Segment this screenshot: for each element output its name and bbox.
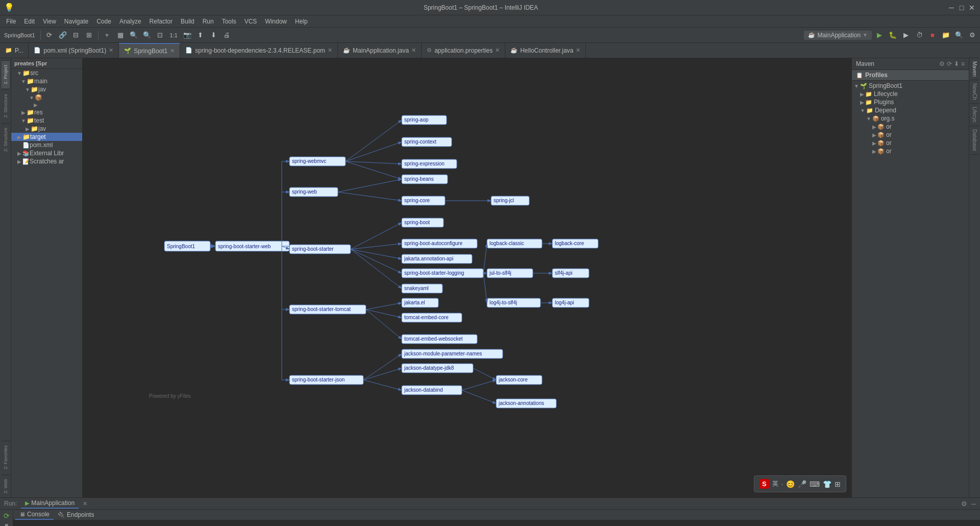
zoom-out-icon[interactable]: 🔍 [141,30,153,41]
run-config-selector[interactable]: ☕ MainApplication ▼ [804,31,872,40]
float-icon-s[interactable]: S [760,479,769,489]
menu-edit[interactable]: Edit [20,17,39,26]
run-settings-icon[interactable]: ⚙ [961,500,967,508]
settings-icon[interactable]: ⚙ [967,30,978,41]
fit-icon[interactable]: ⊡ [155,30,166,41]
expand-all-icon[interactable]: ⊞ [84,30,95,41]
coverage-icon[interactable]: ▶ [900,30,912,41]
zoom-in-icon[interactable]: 🔍 [128,30,139,41]
maven-item-or3-expander[interactable]: ▶ [872,140,876,146]
expander-extlib[interactable]: ▶ [16,151,22,156]
maven-download-icon[interactable]: ⬇ [954,60,959,67]
expander-target[interactable]: ▶ [16,134,22,140]
maven-item-or2-expander[interactable]: ▶ [872,132,876,138]
files-icon[interactable]: 📁 [940,30,951,41]
maven-item-dependencies[interactable]: ▼ 📁 Depend [852,106,969,114]
left-tab-project[interactable]: 1: Project [2,60,10,88]
maven-item-or4-expander[interactable]: ▶ [872,149,876,154]
expander-jav2[interactable]: ▶ [24,126,31,132]
expander-main[interactable]: ▼ [20,79,27,84]
maven-item-plugins[interactable]: ▶ 📁 Plugins [852,98,969,106]
tree-item-main[interactable]: ▼ 📁 main [11,77,82,85]
menu-analyze[interactable]: Analyze [115,17,145,26]
menu-build[interactable]: Build [177,17,199,26]
maven-item-springboot1-expander[interactable]: ▼ [854,83,859,89]
float-icon-keyboard[interactable]: ⌨ [810,480,820,488]
right-edge-maven[interactable]: Maven [970,58,979,80]
tree-item-res[interactable]: ▶ 📁 res [11,108,82,116]
maven-item-orgs-expander[interactable]: ▼ [866,116,871,122]
maven-item-lifecycle[interactable]: ▶ 📁 Lifecycle [852,90,969,98]
menu-tools[interactable]: Tools [218,17,240,26]
left-tab-structure[interactable]: 2: Structure [2,89,10,122]
tab-hellocontroller-close[interactable]: ✕ [576,47,580,54]
stop-icon[interactable]: ■ [927,30,938,41]
snapshot-icon[interactable]: 📷 [182,30,193,41]
tab-spring-boot-dep-close[interactable]: ✕ [328,47,332,54]
right-edge-lifecyc[interactable]: Lifecyc [970,104,979,126]
expander-src[interactable]: ▼ [16,70,22,76]
expander-pkg[interactable]: ▼ [29,95,35,101]
link-icon[interactable]: 🔗 [57,30,68,41]
maximize-button[interactable]: □ [958,4,966,12]
menu-window[interactable]: Window [261,17,291,26]
collapse-all-icon[interactable]: ⊟ [70,30,82,41]
tree-item-jav2[interactable]: ▶ 📁 jav [11,125,82,133]
tree-item-target[interactable]: ▶ 📁 target [11,133,82,141]
expander-scratches[interactable]: ▶ [16,159,22,164]
run-tab-mainapplication[interactable]: ▶ MainApplication [21,498,79,509]
export-icon[interactable]: ⬆ [195,30,206,41]
menu-help[interactable]: Help [291,17,312,26]
tree-item-scratches[interactable]: ▶ 📝 Scratches ar [11,157,82,165]
tab-springboot1-close[interactable]: ✕ [170,47,175,54]
profiles-header[interactable]: 📋 Profiles [852,70,969,81]
float-icon-dot[interactable]: · [781,481,783,488]
tree-item-pom[interactable]: 📄 pom.xml [11,141,82,149]
menu-file[interactable]: File [2,17,20,26]
menu-refactor[interactable]: Refactor [145,17,177,26]
build-icon[interactable]: ▶ [874,30,885,41]
tab-mainapplication[interactable]: ☕ MainApplication.java ✕ [338,43,422,58]
tree-item-jav[interactable]: ▼ 📁 jav [11,85,82,93]
run-close-icon[interactable]: ✕ [83,500,87,507]
expander-res[interactable]: ▶ [20,110,27,115]
menu-view[interactable]: View [39,17,60,26]
menu-navigate[interactable]: Navigate [60,17,92,26]
maven-item-dependencies-expander[interactable]: ▼ [860,108,865,113]
left-tab-favorites[interactable]: 2: Favorites [2,441,10,473]
maven-item-or2[interactable]: ▶ 📦 or [852,131,969,139]
tab-pomxml-close[interactable]: ✕ [109,47,113,54]
expander-test[interactable]: ▼ [20,118,27,124]
maven-item-lifecycle-expander[interactable]: ▶ [860,91,864,97]
tab-application-props-close[interactable]: ✕ [495,47,500,54]
run-tab-console[interactable]: 🖥 Console [15,510,54,520]
maven-item-or4[interactable]: ▶ 📦 or [852,147,969,155]
import-icon[interactable]: ⬇ [208,30,219,41]
tab-spring-boot-dep[interactable]: 📄 spring-boot-dependencies-2.3.4.RELEASE… [180,43,338,58]
minimize-button[interactable]: ─ [947,4,955,12]
float-icon-shirt[interactable]: 👕 [823,480,831,488]
tab-project[interactable]: 📁 P... [0,43,29,58]
maven-item-plugins-expander[interactable]: ▶ [860,100,864,105]
menu-vcs[interactable]: VCS [240,17,261,26]
tree-item-src[interactable]: ▼ 📁 src [11,69,82,77]
left-tab-web[interactable]: 2: Web [2,474,10,497]
maven-refresh-icon[interactable]: ⟳ [947,60,952,67]
tab-mainapplication-close[interactable]: ✕ [411,47,416,54]
run-minimize-icon[interactable]: ─ [971,500,976,508]
run-tab-endpoints[interactable]: 🔌 Endpoints [54,510,98,520]
maven-item-or1-expander[interactable]: ▶ [872,124,876,130]
close-button[interactable]: ✕ [968,4,976,12]
tab-application-props[interactable]: ⚙ application.properties ✕ [422,43,505,58]
right-edge-newch[interactable]: NewCh [970,80,979,104]
run-rerun-icon[interactable]: ⟳ [4,512,10,520]
float-icon-mic[interactable]: 🎤 [798,480,806,488]
tab-pomxml[interactable]: 📄 pom.xml (SpringBoot1) ✕ [29,43,119,58]
tab-hellocontroller[interactable]: ☕ HelloController.java ✕ [505,43,586,58]
tree-item-pkg[interactable]: ▼ 📦 [11,93,82,102]
run-config-chevron[interactable]: ▼ [863,32,868,38]
menu-code[interactable]: Code [92,17,115,26]
tree-item-chevron[interactable]: ▶ [11,102,82,108]
maven-settings-icon[interactable]: ⚙ [939,60,945,67]
float-icon-apps[interactable]: ⊞ [835,480,841,488]
